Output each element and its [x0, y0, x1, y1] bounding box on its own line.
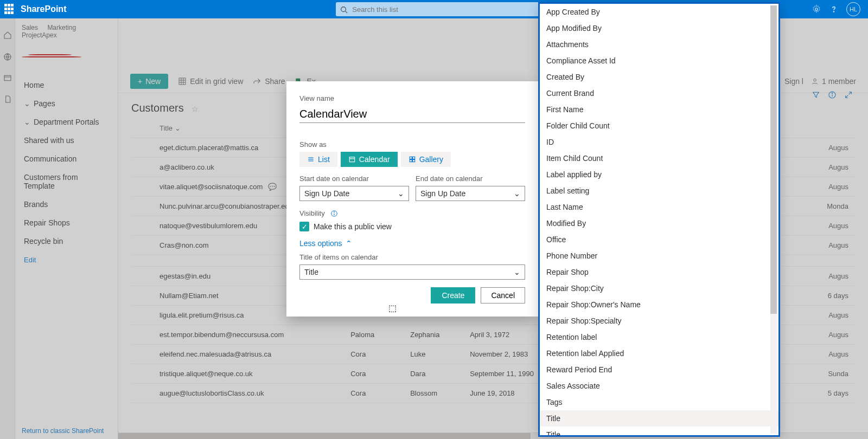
dropdown-option[interactable]: ID [540, 134, 778, 150]
create-button[interactable]: Create [431, 287, 475, 304]
svg-point-0 [341, 7, 346, 12]
dropdown-option[interactable]: First Name [540, 101, 778, 118]
dropdown-option[interactable]: Repair Shop:City [540, 280, 778, 296]
svg-point-29 [334, 212, 334, 212]
dropdown-option[interactable]: Retention label Applied [540, 345, 778, 361]
public-label: Make this a public view [314, 222, 392, 231]
showas-list[interactable]: List [299, 152, 337, 167]
svg-point-2 [815, 8, 818, 11]
svg-rect-26 [412, 160, 414, 162]
start-date-label: Start date on calendar [299, 175, 409, 183]
dropdown-option[interactable]: Last Name [540, 199, 778, 215]
dropdown-option[interactable]: Title [540, 427, 778, 435]
help-icon[interactable] [829, 4, 839, 14]
dropdown-option[interactable]: Compliance Asset Id [540, 53, 778, 69]
dropdown-option[interactable]: Repair Shop [540, 264, 778, 280]
dropdown-option[interactable]: Tags [540, 394, 778, 410]
header-actions: HL [812, 2, 860, 16]
svg-line-1 [346, 11, 348, 14]
svg-rect-23 [410, 157, 412, 159]
dropdown-option[interactable]: Label applied by [540, 166, 778, 183]
svg-rect-25 [410, 160, 412, 162]
chevron-down-icon: ⌄ [514, 189, 520, 198]
svg-point-3 [833, 11, 834, 12]
public-checkbox[interactable]: ✓ [299, 222, 309, 231]
dropdown-option[interactable]: Modified By [540, 215, 778, 231]
end-date-select[interactable]: Sign Up Date⌄ [416, 186, 525, 201]
dropdown-option[interactable]: Created By [540, 69, 778, 85]
chevron-down-icon: ⌄ [398, 189, 404, 198]
start-date-select[interactable]: Sign Up Date⌄ [299, 186, 409, 201]
chevron-up-icon: ⌃ [346, 239, 352, 248]
svg-rect-21 [349, 157, 354, 162]
user-avatar[interactable]: HL [846, 2, 860, 16]
cancel-button[interactable]: Cancel [481, 287, 525, 304]
dropdown-option[interactable]: Repair Shop:Owner's Name [540, 296, 778, 313]
dropdown-option[interactable]: Current Brand [540, 85, 778, 101]
field-dropdown[interactable]: App Created ByApp Modified ByAttachments… [538, 2, 780, 437]
dropdown-option[interactable]: Reward Period End [540, 361, 778, 378]
dropdown-option[interactable]: App Modified By [540, 20, 778, 36]
dropdown-option[interactable]: Repair Shop:Specialty [540, 313, 778, 329]
brand[interactable]: SharePoint [21, 4, 66, 14]
settings-icon[interactable] [812, 4, 821, 14]
search-input[interactable] [336, 2, 542, 16]
dropdown-option[interactable]: Retention label [540, 329, 778, 345]
less-options-toggle[interactable]: Less options⌃ [299, 239, 525, 248]
dropdown-scrollbar[interactable] [770, 5, 777, 434]
end-date-label: End date on calendar [416, 175, 525, 183]
title-items-select[interactable]: Title⌄ [299, 264, 525, 280]
info-icon[interactable] [330, 209, 338, 217]
title-items-label: Title of items on calendar [299, 253, 525, 261]
visibility-label: Visibility [299, 209, 325, 217]
viewname-input[interactable] [299, 106, 525, 123]
showas-gallery[interactable]: Gallery [401, 152, 451, 167]
dropdown-option[interactable]: Office [540, 231, 778, 248]
dropdown-option[interactable]: Attachments [540, 36, 778, 53]
dropdown-option[interactable]: Sales Associate [540, 378, 778, 394]
dropdown-option[interactable]: Phone Number [540, 248, 778, 264]
chevron-down-icon: ⌄ [514, 268, 520, 276]
showas-calendar[interactable]: Calendar [341, 152, 398, 167]
dropdown-option[interactable]: Item Child Count [540, 150, 778, 166]
dropdown-option[interactable]: Folder Child Count [540, 118, 778, 134]
app-launcher-icon[interactable] [4, 4, 15, 15]
showas-label: Show as [299, 140, 525, 149]
dropdown-option[interactable]: Title [540, 410, 778, 427]
search-icon [340, 5, 348, 14]
dropdown-option[interactable]: Label setting [540, 183, 778, 199]
svg-rect-24 [412, 157, 414, 159]
create-view-dialog: View name Show as List Calendar Gallery … [286, 81, 538, 317]
dropdown-option[interactable]: App Created By [540, 4, 778, 20]
viewname-label: View name [299, 94, 525, 102]
